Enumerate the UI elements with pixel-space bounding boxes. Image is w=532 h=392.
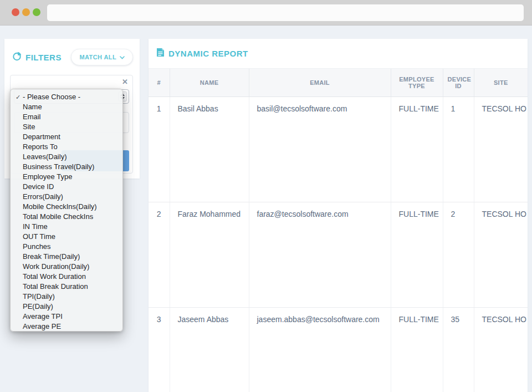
column-header: EMPLOYEE TYPE xyxy=(391,69,443,96)
dropdown-option[interactable]: TPI(Daily) xyxy=(11,292,122,302)
column-header: # xyxy=(149,69,170,96)
close-window-button[interactable] xyxy=(12,8,19,16)
report-header: DYNAMIC REPORT xyxy=(149,39,528,69)
dropdown-option[interactable]: Email xyxy=(11,112,122,122)
dropdown-option[interactable]: Average TPI xyxy=(11,312,122,322)
filters-title: FILTERS xyxy=(25,53,62,62)
table-cell: FULL-TIME xyxy=(391,202,443,307)
column-header: DEVICE ID xyxy=(443,69,474,96)
filter-field-dropdown: ✓- Please Choose -NameEmailSiteDepartmen… xyxy=(10,89,123,332)
chevron-down-icon xyxy=(120,54,125,60)
table-row: 1Basil Abbasbasil@tecsolsoftware.comFULL… xyxy=(149,96,528,202)
table-cell: Basil Abbas xyxy=(170,96,249,202)
dropdown-option[interactable]: Reports To xyxy=(11,142,122,152)
dropdown-option[interactable]: PE(Daily) xyxy=(11,302,122,312)
table-cell: Faraz Mohammed xyxy=(170,202,249,307)
minimize-window-button[interactable] xyxy=(22,8,30,16)
dropdown-option[interactable]: Business Travel(Daily) xyxy=(11,162,122,172)
dropdown-option[interactable]: Work Duration(Daily) xyxy=(11,262,122,272)
checkmark-icon: ✓ xyxy=(16,92,21,102)
table-cell: 2 xyxy=(149,202,170,307)
dropdown-option[interactable]: Break Time(Daily) xyxy=(11,252,122,262)
dropdown-option[interactable]: Total Work Duration xyxy=(11,272,122,282)
dropdown-option[interactable]: Employee Type xyxy=(11,172,122,182)
table-cell: basil@tecsolsoftware.com xyxy=(249,96,391,202)
table-cell: 3 xyxy=(149,307,170,392)
dropdown-option[interactable]: Average PE xyxy=(11,322,122,332)
table-cell: FULL-TIME xyxy=(391,96,443,202)
report-title: DYNAMIC REPORT xyxy=(168,49,248,58)
dropdown-option[interactable]: Errors(Daily) xyxy=(11,192,122,202)
address-bar[interactable] xyxy=(47,4,524,21)
report-document-icon xyxy=(156,48,165,59)
zoom-window-button[interactable] xyxy=(33,8,40,16)
table-cell: TECSOL HO xyxy=(474,96,528,202)
dropdown-option[interactable]: Total Mobile CheckIns xyxy=(11,212,122,222)
table-cell: faraz@tecsolsoftware.com xyxy=(249,202,391,307)
dropdown-option[interactable]: Department xyxy=(11,132,122,142)
report-table: #NAMEEMAILEMPLOYEE TYPEDEVICE IDSITE 1Ba… xyxy=(149,69,528,392)
column-header: SITE xyxy=(474,69,528,96)
table-cell: FULL-TIME xyxy=(391,307,443,392)
filters-header: FILTERS MATCH ALL xyxy=(4,39,140,65)
close-icon[interactable]: ✕ xyxy=(122,78,128,86)
table-row: 2Faraz Mohammedfaraz@tecsolsoftware.comF… xyxy=(149,202,528,307)
browser-window: FILTERS MATCH ALL ✕ xyxy=(0,0,532,392)
table-cell: 1 xyxy=(149,96,170,202)
column-header: NAME xyxy=(170,69,249,96)
table-cell: jaseem.abbas@tecsolsoftware.com xyxy=(249,307,391,392)
table-cell: TECSOL HO xyxy=(474,202,528,307)
table-cell: 35 xyxy=(443,307,474,392)
table-row: 3Jaseem Abbasjaseem.abbas@tecsolsoftware… xyxy=(149,307,528,392)
dropdown-option[interactable]: Total Break Duration xyxy=(11,282,122,292)
pie-chart-icon xyxy=(12,52,22,63)
match-all-button[interactable]: MATCH ALL xyxy=(71,49,133,65)
dropdown-option[interactable]: Punches xyxy=(11,242,122,252)
dropdown-option[interactable]: Mobile CheckIns(Daily) xyxy=(11,202,122,212)
column-header: EMAIL xyxy=(249,69,391,96)
app-page: FILTERS MATCH ALL ✕ xyxy=(0,26,532,392)
match-all-label: MATCH ALL xyxy=(79,54,116,60)
dropdown-option[interactable]: Device ID xyxy=(11,182,122,192)
dropdown-option[interactable]: Site xyxy=(11,122,122,132)
dropdown-option[interactable]: Name xyxy=(11,102,122,112)
table-header-row: #NAMEEMAILEMPLOYEE TYPEDEVICE IDSITE xyxy=(149,69,528,96)
dropdown-option[interactable]: ✓- Please Choose - xyxy=(11,92,122,102)
table-cell: Jaseem Abbas xyxy=(170,307,249,392)
browser-titlebar xyxy=(0,0,532,26)
dropdown-option[interactable]: OUT Time xyxy=(11,232,122,242)
dropdown-option[interactable]: Leaves(Daily) xyxy=(11,152,122,162)
dropdown-option[interactable]: IN Time xyxy=(11,222,122,232)
table-cell: 2 xyxy=(443,202,474,307)
table-cell: 1 xyxy=(443,96,474,202)
report-panel: DYNAMIC REPORT #NAMEEMAILEMPLOYEE TYPEDE… xyxy=(149,39,528,392)
table-cell: TECSOL HO xyxy=(474,307,528,392)
